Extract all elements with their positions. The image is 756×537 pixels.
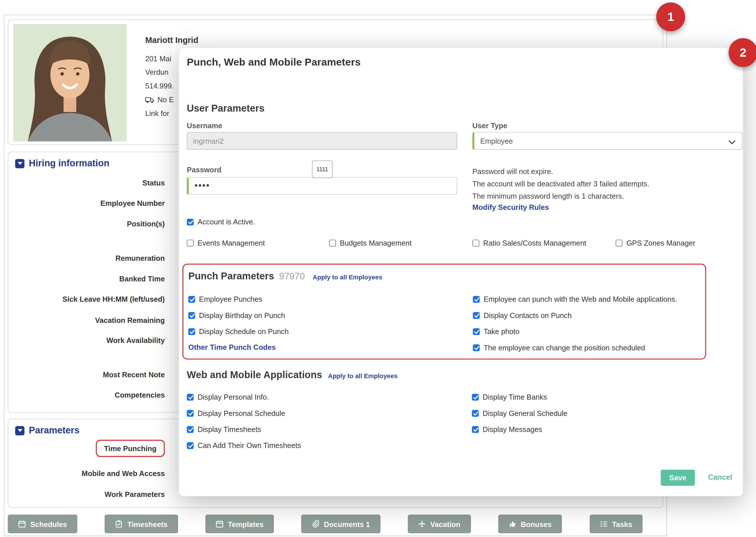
password-note-1: Password will not expire.	[472, 165, 553, 178]
web-mobile-header: Web and Mobile Applications Apply to all…	[187, 369, 398, 380]
checkbox-row-account-active[interactable]: Account is Active.	[187, 218, 255, 226]
bonuses-button-label: Bonuses	[521, 520, 552, 528]
display-personal-info-checkbox[interactable]	[187, 393, 194, 400]
hiring-label-banked-time: Banked Time	[8, 274, 165, 283]
add-own-timesheets-checkbox[interactable]	[187, 442, 194, 449]
nav-item-time-punching[interactable]: Time Punching	[8, 440, 165, 457]
cancel-button[interactable]: Cancel	[708, 473, 732, 481]
bonuses-button[interactable]: Bonuses	[498, 515, 562, 533]
save-button[interactable]: Save	[661, 470, 695, 486]
checkbox-row-take-photo[interactable]: Take photo	[473, 327, 520, 336]
parameters-section-header[interactable]: Parameters	[15, 425, 80, 436]
checkbox-row-display-personal-schedule[interactable]: Display Personal Schedule	[187, 409, 285, 417]
plane-icon	[418, 520, 426, 528]
checkbox-row-change-position[interactable]: The employee can change the position sch…	[473, 344, 645, 352]
account-active-checkbox[interactable]	[187, 219, 194, 225]
username-input[interactable]	[187, 132, 457, 150]
gps-zones-checkbox[interactable]	[616, 240, 623, 246]
collapse-arrow-icon[interactable]	[15, 426, 24, 435]
punch-web-mobile-checkbox[interactable]	[473, 296, 480, 303]
display-general-schedule-checkbox[interactable]	[472, 410, 479, 417]
change-position-label: The employee can change the position sch…	[484, 344, 645, 352]
events-management-checkbox[interactable]	[187, 240, 194, 246]
employee-punches-label: Employee Punches	[199, 295, 262, 303]
documents-button[interactable]: Documents 1	[301, 515, 380, 533]
checkbox-row-budgets-management[interactable]: Budgets Management	[329, 239, 412, 247]
collapse-arrow-icon[interactable]	[15, 159, 24, 168]
punch-web-mobile-label: Employee can punch with the Web and Mobi…	[484, 295, 677, 303]
parameters-section-title: Parameters	[29, 425, 80, 436]
checkbox-row-display-general-schedule[interactable]: Display General Schedule	[472, 409, 568, 417]
hiring-label-competencies: Competencies	[8, 391, 165, 399]
punch-employee-number: 97970	[279, 271, 305, 282]
checkbox-row-display-timesheets[interactable]: Display Timesheets	[187, 425, 261, 434]
display-time-banks-checkbox[interactable]	[472, 393, 479, 400]
user-type-label: User Type	[472, 121, 507, 130]
checkbox-row-events-management[interactable]: Events Management	[187, 239, 265, 247]
checkbox-row-punch-web-mobile[interactable]: Employee can punch with the Web and Mobi…	[473, 295, 677, 303]
password-hint: 1111	[312, 161, 333, 178]
web-mobile-apply-all-link[interactable]: Apply to all Employees	[328, 372, 397, 380]
display-personal-info-label: Display Personal Info.	[197, 393, 269, 401]
nav-item-work-parameters[interactable]: Work Parameters	[8, 490, 165, 498]
display-birthday-label: Display Birthday on Punch	[199, 311, 285, 319]
display-timesheets-checkbox[interactable]	[187, 426, 194, 433]
display-time-banks-label: Display Time Banks	[483, 393, 547, 401]
viewport: Mariott Ingrid 201 Mai Verdun 514.999. N…	[0, 0, 756, 537]
hiring-label-most-recent-note: Most Recent Note	[8, 370, 165, 379]
display-personal-schedule-checkbox[interactable]	[187, 410, 194, 417]
truck-icon	[145, 97, 154, 103]
user-type-value: Employee	[480, 137, 513, 145]
checkbox-row-display-personal-info[interactable]: Display Personal Info.	[187, 393, 269, 401]
display-contacts-checkbox[interactable]	[473, 312, 480, 318]
checkbox-row-ratio-management[interactable]: Ratio Sales/Costs Management	[472, 239, 586, 247]
display-timesheets-label: Display Timesheets	[197, 425, 261, 434]
display-messages-label: Display Messages	[483, 425, 542, 434]
display-birthday-checkbox[interactable]	[188, 312, 195, 318]
tasks-button[interactable]: Tasks	[589, 515, 642, 533]
vacation-button[interactable]: Vacation	[408, 515, 471, 533]
change-position-checkbox[interactable]	[473, 344, 480, 351]
checkbox-row-display-messages[interactable]: Display Messages	[472, 425, 542, 434]
hiring-label-sick-leave: Sick Leave HH:MM (left/used)	[8, 295, 165, 303]
modify-security-rules-link[interactable]: Modify Security Rules	[472, 203, 549, 211]
password-label: Password	[187, 165, 221, 174]
checkbox-row-display-contacts[interactable]: Display Contacts on Punch	[473, 311, 572, 319]
username-label: Username	[187, 121, 222, 130]
hiring-label-status: Status	[8, 179, 165, 187]
user-type-select[interactable]: Employee	[472, 132, 742, 150]
display-schedule-punch-checkbox[interactable]	[188, 328, 195, 335]
schedules-button-label: Schedules	[30, 520, 67, 528]
hiring-section-header[interactable]: Hiring information	[15, 158, 109, 169]
punch-parameters-annotation-box: Punch Parameters 97970 Apply to all Empl…	[182, 264, 706, 359]
budgets-management-checkbox[interactable]	[329, 240, 336, 246]
thumbs-up-icon	[508, 520, 516, 528]
checkbox-row-display-time-banks[interactable]: Display Time Banks	[472, 393, 547, 401]
schedules-button[interactable]: Schedules	[8, 515, 77, 533]
account-active-label: Account is Active.	[197, 218, 255, 226]
hiring-label-remuneration: Remuneration	[8, 254, 165, 262]
checkbox-row-display-birthday[interactable]: Display Birthday on Punch	[188, 311, 285, 319]
nav-item-mobile-web-access[interactable]: Mobile and Web Access	[8, 469, 165, 477]
chevron-down-icon	[729, 138, 736, 144]
punch-apply-all-link[interactable]: Apply to all Employees	[313, 273, 382, 281]
checkbox-row-display-schedule-punch[interactable]: Display Schedule on Punch	[188, 327, 289, 336]
password-input[interactable]	[187, 177, 457, 195]
employee-punches-checkbox[interactable]	[188, 296, 195, 303]
timesheets-button[interactable]: Timesheets	[105, 515, 178, 533]
time-punching-highlight[interactable]: Time Punching	[96, 440, 165, 457]
checkbox-row-employee-punches[interactable]: Employee Punches	[188, 295, 262, 303]
annotation-badge-2: 2	[729, 38, 756, 67]
employee-photo-illustration	[13, 24, 127, 142]
take-photo-checkbox[interactable]	[473, 328, 480, 335]
display-messages-checkbox[interactable]	[472, 426, 479, 433]
checkbox-row-gps-zones[interactable]: GPS Zones Manager	[616, 239, 695, 247]
punch-parameters-header: Punch Parameters 97970 Apply to all Empl…	[188, 270, 382, 282]
other-time-punch-codes-link[interactable]: Other Time Punch Codes	[188, 343, 276, 351]
annotation-badge-1: 1	[656, 3, 685, 31]
ratio-management-checkbox[interactable]	[472, 240, 479, 246]
clipboard-check-icon	[115, 520, 123, 528]
display-personal-schedule-label: Display Personal Schedule	[197, 409, 285, 417]
checkbox-row-add-own-timesheets[interactable]: Can Add Their Own Timesheets	[187, 441, 301, 449]
templates-button[interactable]: Templates	[206, 515, 274, 533]
